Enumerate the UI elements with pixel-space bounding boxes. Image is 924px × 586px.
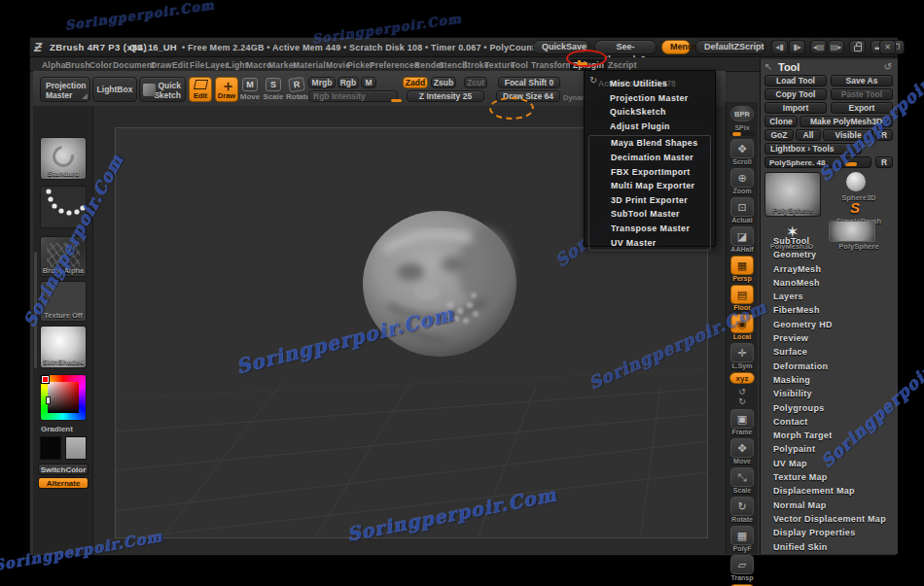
alternate-button[interactable]: Alternate — [38, 477, 89, 489]
menus-button[interactable]: Menus — [661, 40, 691, 54]
subdiv-slider-nub[interactable] — [845, 162, 857, 166]
make-polymesh3d-button[interactable]: Make PolyMesh3D — [800, 116, 893, 127]
spix-slider[interactable]: SPix — [728, 124, 757, 136]
section-polypaint[interactable]: Polypaint — [761, 442, 898, 456]
lsym-button[interactable]: ✛ L.Sym — [728, 343, 757, 369]
clone-button[interactable]: Clone — [764, 116, 798, 127]
zmenu-uv-master[interactable]: UV Master — [589, 236, 710, 251]
section-surface[interactable]: Surface — [761, 345, 898, 359]
zmenu-3d-print-exporter[interactable]: 3D Print Exporter — [589, 193, 710, 208]
goz-r-button[interactable]: R — [875, 129, 893, 141]
move-button[interactable]: M Move — [239, 78, 261, 101]
section-masking[interactable]: Masking — [761, 373, 898, 387]
zmenu-projection-master[interactable]: Projection Master — [585, 91, 715, 106]
section-preview[interactable]: Preview — [761, 331, 898, 345]
section-geometry-hd[interactable]: Geometry HD — [761, 318, 898, 331]
z-intensity-slider[interactable]: Z Intensity 25 — [407, 90, 484, 102]
transp-button[interactable]: ▱ Transp — [728, 555, 757, 581]
rgb-intensity-slider[interactable]: Rgb Intensity — [308, 90, 398, 102]
section-fibermesh[interactable]: FiberMesh — [761, 303, 898, 317]
focal-shift-slider[interactable]: Focal Shift 0 — [498, 77, 560, 88]
projection-master-button[interactable]: Projection Master — [40, 77, 90, 102]
section-display-properties[interactable]: Display Properties — [761, 526, 898, 539]
section-geometry[interactable]: Geometry — [761, 248, 898, 261]
goz-button[interactable]: GoZ — [764, 129, 794, 141]
dock-palette-right-button[interactable]: ▤▸ — [828, 40, 844, 54]
scale-button[interactable]: S Scale — [263, 78, 284, 101]
rgb-intensity-nub[interactable] — [391, 99, 402, 102]
scroll-button[interactable]: ✥ Scroll — [728, 139, 757, 165]
local-button[interactable]: ◉ Local — [728, 314, 757, 340]
section-layers[interactable]: Layers — [761, 290, 898, 303]
tray-scrollbar[interactable] — [34, 252, 37, 368]
section-uv-map[interactable]: UV Map — [761, 457, 898, 470]
hue-marker[interactable] — [42, 376, 49, 383]
section-arraymesh[interactable]: ArrayMesh — [761, 262, 898, 276]
dock-palette-left-button[interactable]: ◂▤ — [810, 40, 827, 54]
xyz-button[interactable]: xyz — [728, 372, 757, 384]
simplebrush-thumbnail[interactable]: S — [850, 199, 860, 216]
goz-all-button[interactable]: All — [796, 129, 821, 141]
zmenu-subtool-master[interactable]: SubTool Master — [589, 207, 710, 222]
section-displacement-map[interactable]: Displacement Map — [761, 484, 898, 498]
texture-thumbnail[interactable]: Texture Off — [40, 281, 87, 322]
zmenu-transpose-master[interactable]: Transpose Master — [589, 222, 710, 236]
close-button[interactable]: ✕ — [879, 40, 896, 54]
zadd-button[interactable]: Zadd — [403, 77, 428, 88]
export-button[interactable]: Export — [831, 102, 893, 114]
collapse-right-tray-button[interactable]: ▮▸ — [789, 40, 805, 54]
rotate-3d-button[interactable]: ↻ Rotate — [728, 497, 757, 523]
paste-tool-button[interactable]: Paste Tool — [831, 88, 893, 100]
zmenu-decimation-master[interactable]: Decimation Master — [589, 151, 710, 165]
floor-button[interactable]: ▤ Floor — [728, 285, 757, 311]
polyframe-button[interactable]: ▦ PolyF — [728, 526, 757, 552]
lightbox-button[interactable]: LightBox — [92, 77, 137, 102]
switch-color-button[interactable]: SwitchColor — [38, 464, 89, 475]
alpha-thumbnail[interactable]: BrushAlpha — [40, 236, 87, 277]
spix-nub[interactable] — [729, 132, 755, 136]
persp-button[interactable]: ▦ Persp — [728, 256, 757, 282]
brush-thumbnail[interactable]: Standard — [40, 137, 87, 180]
m-button[interactable]: M — [361, 77, 376, 88]
see-through-slider[interactable]: See-through 0 — [594, 40, 657, 54]
main-color-swatch[interactable] — [40, 436, 61, 460]
slider-r-button[interactable]: R — [875, 156, 893, 168]
zmenu-misc-utilities[interactable]: Misc Utilities — [585, 77, 715, 91]
section-subtool[interactable]: SubTool — [761, 234, 898, 248]
section-vector-displacement-map[interactable]: Vector Displacement Map — [761, 512, 898, 526]
zmenu-adjust-plugin[interactable]: Adjust Plugin — [585, 120, 715, 134]
spin-icons[interactable]: ↺ ↻ — [728, 387, 757, 406]
active-tool-thumbnail[interactable]: PolySphere — [764, 172, 821, 217]
section-normal-map[interactable]: Normal Map — [761, 499, 898, 512]
subdiv-slider[interactable]: PolySphere. 48 — [764, 156, 871, 168]
palette-reset-icon[interactable]: ↺ — [884, 61, 892, 72]
rotate-button[interactable]: R Rotate — [286, 78, 307, 101]
collapse-left-tray-button[interactable]: ◂▮ — [771, 40, 788, 54]
section-deformation[interactable]: Deformation — [761, 360, 898, 373]
color-picker[interactable] — [40, 374, 87, 421]
mrgb-button[interactable]: Mrgb — [308, 77, 336, 88]
zsub-button[interactable]: Zsub — [431, 77, 456, 88]
zcut-button[interactable]: Zcut — [464, 77, 487, 88]
material-thumbnail[interactable]: SkinShade4 — [40, 326, 87, 368]
section-texture-map[interactable]: Texture Map — [761, 470, 898, 484]
section-nanomesh[interactable]: NanoMesh — [761, 276, 898, 290]
section-unified-skin[interactable]: Unified Skin — [761, 540, 898, 554]
sv-marker[interactable] — [46, 396, 51, 404]
quick-sketch-button[interactable]: Quick Sketch — [139, 77, 186, 102]
scale-3d-button[interactable]: ⤡ Scale — [728, 467, 757, 494]
draw-button[interactable]: ✛ Draw — [215, 77, 238, 102]
zmenu-maya-blend-shapes[interactable]: Maya Blend Shapes — [589, 136, 710, 151]
zmenu-fbx-exportimport[interactable]: FBX ExportImport — [589, 165, 710, 180]
section-contact[interactable]: Contact — [761, 415, 898, 429]
section-visibility[interactable]: Visibility — [761, 387, 898, 400]
secondary-color-swatch[interactable] — [65, 436, 87, 460]
load-tool-button[interactable]: Load Tool — [764, 75, 827, 86]
copy-tool-button[interactable]: Copy Tool — [764, 88, 827, 100]
goz-visible-button[interactable]: Visible — [823, 129, 873, 141]
lock-button[interactable] — [849, 40, 866, 54]
zoom-button[interactable]: ⊕ Zoom — [728, 168, 757, 194]
stroke-thumbnail[interactable]: Dots — [40, 186, 87, 228]
save-as-button[interactable]: Save As — [831, 75, 893, 86]
move-3d-button[interactable]: ✥ Move — [728, 438, 757, 465]
